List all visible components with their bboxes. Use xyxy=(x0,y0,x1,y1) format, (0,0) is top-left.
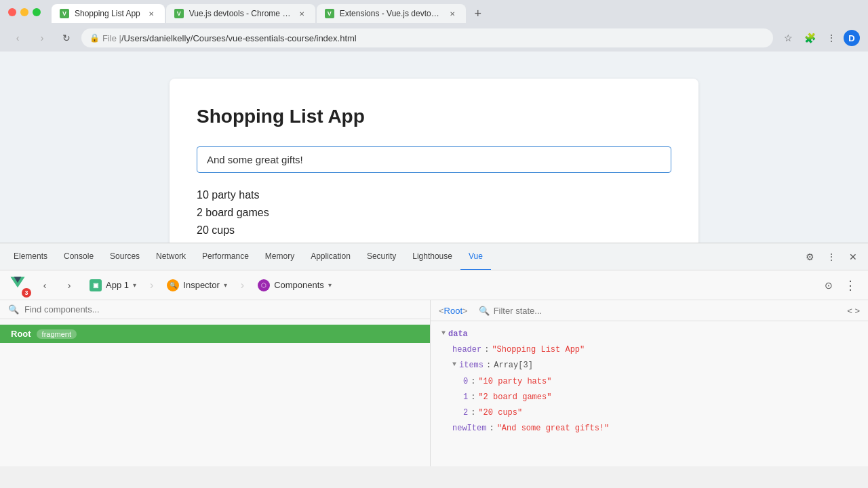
state-data-row: ▼ data xyxy=(431,327,868,342)
code-view-icon[interactable]: < > xyxy=(847,306,860,316)
inspector-label: Inspector xyxy=(183,280,219,290)
app-title: Shopping List App xyxy=(197,106,671,127)
state-search-bar: 🔍 xyxy=(479,306,842,316)
state-item2-row: 2 : "20 cups" xyxy=(431,405,868,421)
state-item0-key: 0 xyxy=(463,375,468,388)
components-chevron-icon: ▾ xyxy=(328,281,332,289)
settings-button[interactable]: ⋮ xyxy=(822,28,841,47)
devtools-secondary: 3 ‹ › ▣ App 1 ▾ › 🔍 Inspector ▾ xyxy=(0,270,868,300)
tab-favicon-2: V xyxy=(174,9,184,18)
state-header-row: header : "Shopping List App" xyxy=(431,342,868,358)
devtools-tab-memory[interactable]: Memory xyxy=(257,243,302,270)
component-search-bar: 🔍 xyxy=(0,300,430,319)
main-area: Shopping List App 10 party hats 2 board … xyxy=(0,52,868,466)
tree-root-item[interactable]: Root fragment xyxy=(0,325,430,343)
address-prefix: File | xyxy=(102,33,121,43)
close-button[interactable] xyxy=(8,8,16,16)
secondary-actions: ⊙ ⋮ xyxy=(819,276,860,295)
devtools-tab-console[interactable]: Console xyxy=(56,243,102,270)
state-search-icon: 🔍 xyxy=(479,306,490,316)
state-item1-key: 1 xyxy=(463,391,468,404)
data-collapse-icon[interactable]: ▼ xyxy=(441,328,446,339)
state-item2-key: 2 xyxy=(463,407,468,420)
target-icon[interactable]: ⊙ xyxy=(819,276,838,295)
minimize-button[interactable] xyxy=(20,8,28,16)
devtools-tab-elements[interactable]: Elements xyxy=(5,243,56,270)
components-label: Components xyxy=(274,280,324,290)
state-newitem-row: newItem : "And some great gifts!" xyxy=(431,421,868,436)
browser-tab-active[interactable]: V Shopping List App ✕ xyxy=(52,4,165,23)
address-url: /Users/danielkelly/Courses/vue-essential… xyxy=(121,33,357,43)
state-item1-row: 1 : "2 board games" xyxy=(431,390,868,405)
devtools-tabs: Elements Console Sources Network Perform… xyxy=(0,243,868,270)
devtools: Elements Console Sources Network Perform… xyxy=(0,243,868,466)
list-item-0: 10 party hats xyxy=(197,186,671,204)
browser-tabs: V Shopping List App ✕ V Vue.js devtools … xyxy=(52,1,860,23)
devtools-tab-sources[interactable]: Sources xyxy=(102,243,148,270)
new-tab-button[interactable]: + xyxy=(469,4,488,23)
tab-close-3[interactable]: ✕ xyxy=(447,8,458,19)
shopping-list: 10 party hats 2 board games 20 cups xyxy=(197,186,671,239)
more-icon[interactable]: ⋮ xyxy=(822,247,841,266)
devtools-tab-security[interactable]: Security xyxy=(359,243,404,270)
app-chevron-icon: ▾ xyxy=(133,281,136,289)
state-header-key: header xyxy=(452,344,481,357)
profile-button[interactable]: D xyxy=(844,30,860,46)
component-search-input[interactable] xyxy=(24,304,422,314)
extensions-button[interactable]: 🧩 xyxy=(800,28,819,47)
bookmark-button[interactable]: ☆ xyxy=(778,28,797,47)
lock-icon: 🔒 xyxy=(90,33,100,43)
fullscreen-button[interactable] xyxy=(33,8,41,16)
state-item2-value: "20 cups" xyxy=(478,407,522,420)
more-options-icon[interactable]: ⋮ xyxy=(841,276,860,295)
traffic-lights xyxy=(8,8,41,16)
tab-close-2[interactable]: ✕ xyxy=(296,8,307,19)
dt-separator-1: › xyxy=(147,279,156,291)
item-input[interactable] xyxy=(197,146,671,173)
reload-button[interactable]: ↻ xyxy=(57,28,76,47)
tab-close-1[interactable]: ✕ xyxy=(146,8,157,19)
app-selector[interactable]: ▣ App 1 ▾ xyxy=(84,277,142,294)
items-collapse-icon[interactable]: ▼ xyxy=(452,359,456,370)
devtools-tab-lighthouse[interactable]: Lighthouse xyxy=(404,243,460,270)
forward-button[interactable]: › xyxy=(33,28,52,47)
panel-right: <Root> 🔍 < > ▼ data xyxy=(431,300,868,466)
state-data-key: data xyxy=(448,328,468,341)
state-panel-actions: < > xyxy=(847,304,860,317)
browser-tab-2[interactable]: V Vue.js devtools - Chrome We... ✕ xyxy=(166,4,315,23)
tree-root-badge: fragment xyxy=(37,329,77,339)
browser-actions: ☆ 🧩 ⋮ D xyxy=(778,28,860,47)
state-item1-value: "2 board games" xyxy=(478,391,551,404)
tree-root-label: Root xyxy=(11,329,31,339)
app-card: Shopping List App 10 party hats 2 board … xyxy=(170,79,698,243)
app-label: App 1 xyxy=(106,280,129,290)
dt-back-button[interactable]: ‹ xyxy=(35,276,54,295)
state-newitem-key: newItem xyxy=(452,422,486,435)
inspector-selector[interactable]: 🔍 Inspector ▾ xyxy=(161,277,232,294)
inspector-icon: 🔍 xyxy=(167,279,179,291)
tab-favicon: V xyxy=(60,9,69,18)
dt-forward-button[interactable]: › xyxy=(60,276,79,295)
back-button[interactable]: ‹ xyxy=(8,28,27,47)
dt-separator-2: › xyxy=(238,279,247,291)
tab-title-3: Extensions - Vue.js devtools xyxy=(340,9,441,18)
state-filter-input[interactable] xyxy=(494,306,842,316)
address-input[interactable]: 🔒 File | /Users/danielkelly/Courses/vue-… xyxy=(81,28,773,47)
tab-favicon-3: V xyxy=(325,9,334,18)
state-item0-value: "10 party hats" xyxy=(478,375,551,388)
state-content: ▼ data header : "Shopping List App" ▼ it… xyxy=(431,321,868,466)
vue-logo: 3 xyxy=(8,274,30,296)
state-newitem-value: "And some great gifts!" xyxy=(497,422,610,435)
components-selector[interactable]: ⬡ Components ▾ xyxy=(252,277,337,294)
devtools-tab-application[interactable]: Application xyxy=(302,243,359,270)
devtools-tab-network[interactable]: Network xyxy=(148,243,194,270)
state-items-row: ▼ items : Array[3] xyxy=(431,358,868,373)
devtools-tab-performance[interactable]: Performance xyxy=(194,243,257,270)
settings-icon[interactable]: ⚙ xyxy=(800,247,819,266)
page-content: Shopping List App 10 party hats 2 board … xyxy=(0,52,868,243)
close-devtools-button[interactable]: ✕ xyxy=(844,247,863,266)
tab-title-2: Vue.js devtools - Chrome We... xyxy=(189,9,291,18)
state-panel-header: <Root> 🔍 < > xyxy=(431,300,868,321)
devtools-tab-vue[interactable]: Vue xyxy=(460,243,491,270)
browser-tab-3[interactable]: V Extensions - Vue.js devtools ✕ xyxy=(317,4,466,23)
